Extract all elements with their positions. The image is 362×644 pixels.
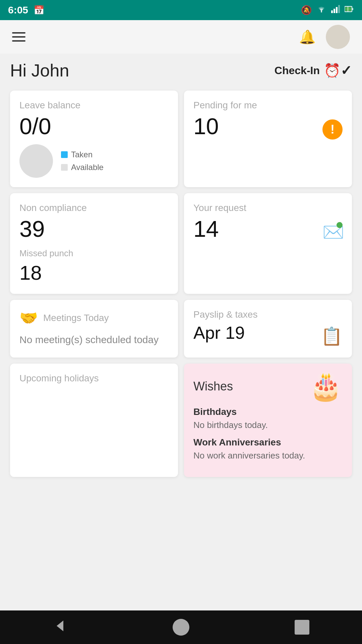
svg-rect-3 [336, 7, 338, 13]
wishes-label: Wishes [193, 379, 233, 393]
missed-punch-value: 18 [19, 261, 169, 284]
status-left: 6:05 📅 [8, 4, 44, 16]
leave-donut-chart [19, 144, 53, 178]
anniversaries-title: Work Anniversaries [193, 437, 343, 448]
payslip-label: Payslip & taxes [193, 309, 343, 320]
leave-chart-area: Taken Available [19, 144, 169, 178]
handshake-icon: 🤝 [19, 309, 38, 327]
leave-balance-card[interactable]: Leave balance 0/0 Taken Available [10, 91, 178, 187]
hamburger-menu-icon[interactable] [12, 32, 25, 42]
meetings-header: 🤝 Meetings Today [19, 309, 169, 327]
available-dot [61, 164, 68, 171]
your-request-value-row: 14 ✉️ [193, 217, 343, 247]
available-label: Available [71, 163, 104, 172]
greeting-row: Hi John Check-In ⏰✓ [10, 60, 352, 80]
your-request-card[interactable]: Your request 14 ✉️ [184, 193, 352, 294]
svg-rect-4 [338, 5, 340, 13]
non-compliance-label: Non compliance [19, 203, 169, 213]
meetings-card[interactable]: 🤝 Meetings Today No meeting(s) scheduled… [10, 300, 178, 358]
svg-rect-7 [345, 7, 351, 11]
anniversaries-text: No work anniversaries today. [193, 450, 343, 461]
leave-balance-label: Leave balance [19, 100, 169, 111]
pending-value-row: 10 ! [193, 115, 343, 144]
recent-apps-icon[interactable] [295, 620, 309, 635]
payslip-value-row: Apr 19 📋 [193, 324, 343, 348]
greeting-text: Hi John [10, 60, 69, 80]
alarm-check-icon: ⏰✓ [324, 63, 352, 78]
mute-icon: 🔕 [301, 5, 312, 15]
leave-legend: Taken Available [61, 150, 104, 172]
svg-point-0 [321, 11, 322, 12]
main-content: Hi John Check-In ⏰✓ Leave balance 0/0 Ta… [0, 54, 362, 487]
user-avatar[interactable] [326, 25, 350, 49]
svg-marker-9 [57, 621, 63, 631]
meetings-label: Meetings Today [43, 313, 109, 323]
checkin-label: Check-In [275, 64, 320, 77]
taken-dot [61, 151, 68, 158]
svg-rect-2 [334, 9, 335, 13]
cupcake-icon: 🎂 [309, 373, 343, 400]
wifi-icon [316, 5, 326, 15]
menu-line-2 [12, 36, 25, 38]
wishes-card[interactable]: Wishes 🎂 Birthdays No birthdays today. W… [184, 364, 352, 477]
menu-line-3 [12, 40, 25, 42]
pending-label: Pending for me [193, 100, 343, 111]
upcoming-holidays-label: Upcoming holidays [19, 373, 169, 384]
missed-punch-section: Missed punch 18 [19, 248, 169, 284]
your-request-label: Your request [193, 203, 343, 213]
menu-line-1 [12, 32, 25, 34]
birthdays-text: No birthdays today. [193, 420, 343, 430]
cards-grid: Leave balance 0/0 Taken Available Pen [10, 91, 352, 477]
signal-icon [331, 5, 340, 15]
meetings-text: No meeting(s) scheduled today [19, 333, 169, 347]
birthdays-title: Birthdays [193, 407, 343, 417]
legend-taken: Taken [61, 150, 104, 159]
app-bar: 🔔 [0, 20, 362, 54]
home-circle-icon[interactable] [173, 619, 189, 636]
wishes-header: Wishes 🎂 [193, 373, 343, 400]
non-compliance-value: 39 [19, 217, 169, 240]
status-time: 6:05 [8, 4, 28, 16]
app-bar-actions: 🔔 [299, 25, 350, 49]
mail-icon-container: ✉️ [322, 222, 343, 242]
nav-bar [0, 610, 362, 644]
taken-label: Taken [71, 150, 93, 159]
mail-notification-dot [337, 222, 343, 228]
payslip-value: Apr 19 [193, 324, 245, 341]
your-request-value: 14 [193, 217, 219, 240]
leave-balance-value: 0/0 [19, 115, 169, 138]
payslip-card[interactable]: Payslip & taxes Apr 19 📋 [184, 300, 352, 358]
pending-card[interactable]: Pending for me 10 ! [184, 91, 352, 187]
svg-rect-6 [352, 8, 353, 10]
non-compliance-card[interactable]: Non compliance 39 Missed punch 18 [10, 193, 178, 294]
calendar-31-icon: 📅 [34, 5, 44, 15]
legend-available: Available [61, 163, 104, 172]
alert-icon: ! [322, 119, 343, 140]
status-bar: 6:05 📅 🔕 [0, 0, 362, 20]
notification-bell-icon[interactable]: 🔔 [299, 29, 316, 45]
pending-value: 10 [193, 115, 219, 138]
checkin-button[interactable]: Check-In ⏰✓ [275, 63, 352, 78]
payslip-document-icon: 📋 [321, 326, 343, 346]
battery-icon [345, 5, 354, 15]
missed-punch-label: Missed punch [19, 248, 169, 259]
upcoming-holidays-card[interactable]: Upcoming holidays [10, 364, 178, 477]
svg-rect-1 [331, 10, 333, 13]
back-arrow-icon[interactable] [53, 619, 67, 636]
status-right: 🔕 [301, 5, 354, 15]
